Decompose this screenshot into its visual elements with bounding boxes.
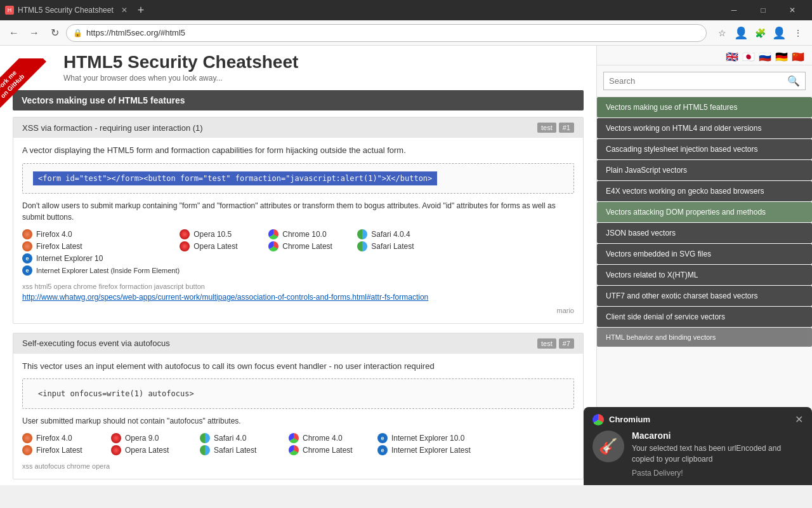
vector-2-badges: test #7 xyxy=(537,338,574,349)
opera-icon xyxy=(180,241,190,251)
address-bar[interactable]: 🔒 https://html5sec.org/#html5 xyxy=(66,24,707,42)
opera-icon xyxy=(180,229,190,239)
browser-item: Chrome Latest xyxy=(268,241,357,251)
forward-button[interactable]: → xyxy=(25,24,43,42)
notification-sender-name: Macaroni xyxy=(632,431,803,441)
vector-2-tags: xss autofocus chrome opera xyxy=(22,462,574,470)
close-button[interactable]: ✕ xyxy=(778,0,807,20)
browser-item: Chrome 10.0 xyxy=(268,229,357,239)
menu-icon[interactable]: ⋮ xyxy=(789,24,807,42)
chrome-icon xyxy=(289,445,299,455)
flag-ru[interactable]: 🇷🇺 xyxy=(759,51,773,60)
sidebar-item-html5-features[interactable]: Vectors making use of HTML5 features xyxy=(597,97,812,117)
browser-item: e Internet Explorer 10 xyxy=(22,253,180,264)
notification-close-button[interactable]: ✕ xyxy=(795,413,803,425)
vector-1-desc: A vector displaying the HTML5 form and f… xyxy=(22,144,574,157)
notification-message: Your selected text has been urlEncoded a… xyxy=(632,443,803,465)
opera-icon xyxy=(111,445,121,455)
window-controls: ─ □ ✕ xyxy=(719,0,807,20)
github-ribbon-label: Fork meon GitHub xyxy=(0,58,46,120)
sidebar-item-xhtml[interactable]: Vectors related to X(HT)ML xyxy=(597,265,812,285)
tab-title: HTML5 Security Cheatsheet xyxy=(18,6,114,15)
opera-icon xyxy=(111,433,121,443)
safari-icon xyxy=(357,241,367,251)
user-account-icon[interactable]: 👤 xyxy=(770,24,788,42)
search-input[interactable] xyxy=(609,76,783,86)
vector-1-badge-test[interactable]: test xyxy=(537,123,556,133)
vector-2-note: User submitted markup should not contain… xyxy=(22,415,574,427)
vector-2-code-block: <input onfocus=write(1) autofocus> xyxy=(22,378,574,409)
chrome-icon xyxy=(289,433,299,443)
section-header: Vectors making use of HTML5 features xyxy=(13,90,584,110)
vector-card-1: XSS via formaction - requiring user inte… xyxy=(13,117,584,324)
profile-icon[interactable]: 👤 xyxy=(732,24,750,42)
search-icon: 🔍 xyxy=(787,75,800,87)
browser-item: Safari Latest xyxy=(357,241,446,251)
main-content: Fork meon GitHub HTML5 Security Cheatshe… xyxy=(0,46,596,485)
flag-en[interactable]: 🇬🇧 xyxy=(726,51,740,60)
vector-2-title: Self-executing focus event via autofocus xyxy=(22,338,170,348)
safari-icon xyxy=(200,445,210,455)
sidebar-item-dom-props[interactable]: Vectors attacking DOM properties and met… xyxy=(597,202,812,222)
sidebar-item-json[interactable]: JSON based vectors xyxy=(597,223,812,243)
refresh-button[interactable]: ↻ xyxy=(46,24,63,42)
page-wrapper: Fork meon GitHub HTML5 Security Cheatshe… xyxy=(0,46,812,485)
bookmark-icon[interactable]: ☆ xyxy=(713,24,731,42)
tab-close-icon[interactable]: ✕ xyxy=(121,6,128,15)
vector-1-browser-list: Firefox 4.0 Firefox Latest e Internet Ex… xyxy=(22,229,574,277)
notification-cta: Pasta Delivery! xyxy=(632,469,803,478)
sidebar-item-html-behavior[interactable]: HTML behavior and binding vectors xyxy=(597,328,812,347)
sidebar-item-utf7[interactable]: UTF7 and other exotic charset based vect… xyxy=(597,286,812,306)
ie-icon: e xyxy=(377,445,388,455)
extensions-icon[interactable]: 🧩 xyxy=(751,24,769,42)
vector-1-attribution: mario xyxy=(22,304,574,317)
vector-1-code: <form id="test"></form><button form="tes… xyxy=(33,171,437,185)
vector-1-link[interactable]: http://www.whatwg.org/specs/web-apps/cur… xyxy=(22,293,574,302)
toolbar-icons: ☆ 👤 🧩 👤 ⋮ xyxy=(713,24,807,42)
notification-popup: Chromium ✕ 🎸 Macaroni Your selected text… xyxy=(584,407,812,485)
flag-de[interactable]: 🇩🇪 xyxy=(775,51,789,60)
vector-2-badge-test[interactable]: test xyxy=(537,338,556,349)
vector-1-tags: xss html5 opera chrome firefox formactio… xyxy=(22,283,574,290)
browser-item: Chrome 4.0 xyxy=(289,433,377,443)
flag-cn[interactable]: 🇨🇳 xyxy=(792,51,806,60)
browser-item: Safari 4.0.4 xyxy=(357,229,446,239)
sidebar-item-plain-js[interactable]: Plain JavaScript vectors xyxy=(597,160,812,180)
minimize-button[interactable]: ─ xyxy=(719,0,749,20)
browser-item: Firefox Latest xyxy=(22,445,111,455)
vector-1-code-block: <form id="test"></form><button form="tes… xyxy=(22,163,574,194)
browser-item: e Internet Explorer Latest xyxy=(377,445,471,455)
ie-icon: e xyxy=(377,433,388,443)
github-ribbon[interactable]: Fork meon GitHub xyxy=(0,58,57,128)
toolbar: ← → ↻ 🔒 https://html5sec.org/#html5 ☆ 👤 … xyxy=(0,20,812,46)
chrome-icon xyxy=(268,241,278,251)
sidebar-item-dos[interactable]: Client side denial of service vectors xyxy=(597,307,812,327)
vector-card-2-header: Self-executing focus event via autofocus… xyxy=(13,333,583,354)
browser-item: Opera 10.5 xyxy=(180,229,268,239)
notification-app-name: Chromium xyxy=(609,415,650,424)
browser-item: Chrome Latest xyxy=(289,445,377,455)
browser-item: Firefox 4.0 xyxy=(22,433,111,443)
page-title: HTML5 Security Cheatsheet xyxy=(13,52,584,72)
vector-2-body: This vector uses an input element with a… xyxy=(13,354,583,479)
maximize-button[interactable]: □ xyxy=(749,0,778,20)
browser-item: Opera Latest xyxy=(180,241,268,251)
vector-1-note: Don't allow users to submit markup conta… xyxy=(22,200,574,223)
sidebar-item-svg[interactable]: Vectors embedded in SVG files xyxy=(597,244,812,264)
sidebar-item-e4x[interactable]: E4X vectors working on gecko based brows… xyxy=(597,181,812,201)
flag-jp[interactable]: 🇯🇵 xyxy=(742,51,756,60)
new-tab-button[interactable]: + xyxy=(138,4,145,17)
vector-1-body: A vector displaying the HTML5 form and f… xyxy=(13,138,583,323)
sidebar-item-html4-older[interactable]: Vectors working on HTML4 and older versi… xyxy=(597,118,812,138)
browser-item: e Internet Explorer Latest (Inside Form … xyxy=(22,265,180,276)
firefox-icon xyxy=(22,229,32,239)
ie-icon: e xyxy=(22,265,32,276)
back-button[interactable]: ← xyxy=(5,24,23,42)
notification-body: 🎸 Macaroni Your selected text has been u… xyxy=(584,431,812,485)
flags-row: 🇬🇧 🇯🇵 🇷🇺 🇩🇪 🇨🇳 xyxy=(597,46,812,65)
sidebar-item-css-injection[interactable]: Cascading stylesheet injection based vec… xyxy=(597,139,812,159)
browser-item: Opera 9.0 xyxy=(111,433,200,443)
chrome-icon xyxy=(268,229,278,239)
tab-favicon: H xyxy=(5,6,14,15)
vector-card-2: Self-executing focus event via autofocus… xyxy=(13,333,584,480)
